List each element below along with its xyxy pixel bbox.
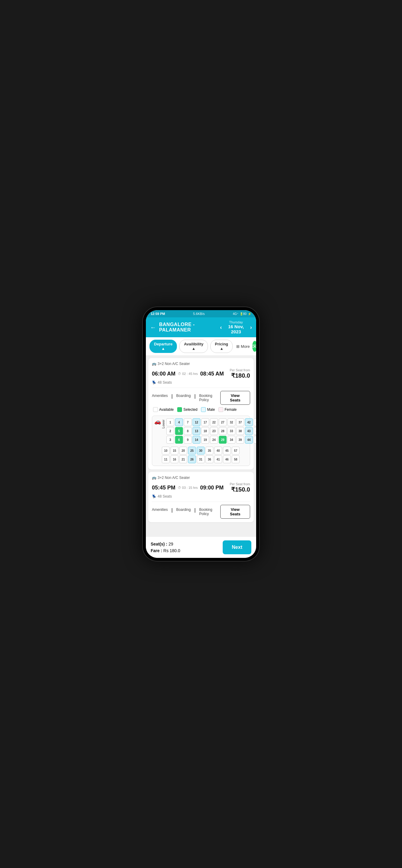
price-2: ₹150.0 [229,486,250,493]
boarding-link-1[interactable]: Boarding [176,394,191,402]
seat-14[interactable]: 14 [192,436,200,444]
bus-time-row-2: 05:45 PM ⏱ 03 : 15 hrs 09:00 PM Per Seat… [152,482,250,493]
upper-row-2: 11 16 21 26 31 36 41 46 58 [162,456,256,463]
seat-31[interactable]: 31 [197,456,205,463]
seat-18[interactable]: 18 [201,427,209,435]
seat-21[interactable]: 21 [179,456,187,463]
bottom-bar: Seat(s) : 29 Fare : Rs 180.0 Next [146,536,256,558]
seat-47[interactable]: 47 [254,418,256,426]
legend-available: Available [153,407,174,412]
seat-6[interactable]: 6 [175,436,183,444]
seat-33[interactable]: 33 [227,427,235,435]
booking-policy-link-1[interactable]: Booking Policy [199,394,220,402]
seat-42[interactable]: 42 [245,418,253,426]
view-seats-btn-2[interactable]: View Seats [220,505,250,519]
amenity-links-1: Amenities | Boarding | Booking Policy [152,394,220,402]
lower-row-1: 1 4 7 12 17 22 27 32 37 [166,418,256,426]
steering-icon: 🚗 [154,418,161,425]
seat-39[interactable]: 39 [236,436,244,444]
header: ← BANGALORE - PALAMANER ‹ Thursday 16 No… [146,317,256,337]
whatsapp-button[interactable]: ✉ [252,341,256,352]
lower-row-2: 2 5 8 13 18 23 28 33 38 [166,427,256,435]
seat-3[interactable]: 3 [166,436,174,444]
seat-46[interactable]: 46 [223,456,231,463]
lower-label: Lower [162,418,165,430]
legend-male: Male [201,407,215,412]
seat-34[interactable]: 34 [227,436,235,444]
seat-26[interactable]: 26 [188,456,196,463]
seat-16[interactable]: 16 [171,456,178,463]
seat-29[interactable]: 29 [219,436,227,444]
seat-1[interactable]: 1 [166,418,174,426]
seat-17[interactable]: 17 [201,418,209,426]
seat-23[interactable]: 23 [210,427,218,435]
seat-20[interactable]: 20 [179,447,187,455]
bus-card-1: 🚌 3+2 Non A/C Seater 06:00 AM ⏱ 02 : 45 … [148,358,254,470]
status-network: 5.6KB/s [193,312,205,315]
seat-15[interactable]: 15 [171,447,178,455]
seat-13[interactable]: 13 [192,427,200,435]
seat-43[interactable]: 43 [245,427,253,435]
seat-9[interactable]: 9 [184,436,192,444]
seat-45[interactable]: 45 [223,447,231,455]
back-button[interactable]: ← [150,324,156,331]
seat-44[interactable]: 44 [245,436,253,444]
seat-28[interactable]: 28 [219,427,227,435]
seat-27[interactable]: 27 [219,418,227,426]
seat-5[interactable]: 5 [175,427,183,435]
availability-filter[interactable]: Availibility ▴ [179,340,208,353]
seat-2[interactable]: 2 [166,427,174,435]
more-filter[interactable]: ⊞ More [236,344,250,349]
seat-22[interactable]: 22 [210,418,218,426]
seat-25[interactable]: 25 [188,447,196,455]
seat-7[interactable]: 7 [184,418,192,426]
seat-32[interactable]: 32 [227,418,235,426]
seat-8[interactable]: 8 [184,427,192,435]
view-seats-btn-1[interactable]: View Seats [220,391,250,405]
seat-11[interactable]: 11 [162,456,169,463]
seat-40[interactable]: 40 [214,447,222,455]
more-label: More [241,344,250,349]
prev-date-button[interactable]: ‹ [220,324,222,331]
departure-filter[interactable]: Departure ▴ [150,340,177,353]
signal-icon: 4G⁺ [233,312,238,315]
pricing-filter[interactable]: Pricing ▴ [210,340,233,353]
duration-1: ⏱ 02 : 45 hrs [178,372,198,375]
seat-24[interactable]: 24 [210,436,218,444]
seat-49[interactable]: 49 [254,436,256,444]
selected-box [177,407,182,412]
bus-time-row-1: 06:00 AM ⏱ 02 : 45 hrs 08:45 AM Per Seat… [152,368,250,379]
date-full: 16 Nov, 2023 [224,324,248,334]
amenities-link-2[interactable]: Amenities [152,507,168,516]
per-seat-label-1: Per Seat from [229,368,250,372]
seat-58[interactable]: 58 [232,456,240,463]
seat-30[interactable]: 30 [197,447,205,455]
seat-12[interactable]: 12 [192,418,200,426]
seat-37[interactable]: 37 [236,418,244,426]
bus-icon-2: 🚌 [152,475,156,480]
legend-selected: Selected [177,407,197,412]
date-info: Thursday 16 Nov, 2023 [224,320,248,334]
status-icons: 4G⁺ 🔋80 ⚡ [233,312,251,315]
seat-38[interactable]: 38 [236,427,244,435]
next-date-button[interactable]: › [250,324,252,331]
seat-41[interactable]: 41 [214,456,222,463]
time-info-1: 06:00 AM ⏱ 02 : 45 hrs 08:45 AM [152,371,224,377]
charging-icon: ⚡ [248,312,251,315]
seat-57[interactable]: 57 [232,447,240,455]
seat-19[interactable]: 19 [201,436,209,444]
status-bar: 12:59 PM 5.6KB/s 4G⁺ 🔋80 ⚡ [146,310,256,317]
seat-35[interactable]: 35 [206,447,213,455]
seat-4[interactable]: 4 [175,418,183,426]
date-navigator: ‹ Thursday 16 Nov, 2023 › [220,320,252,334]
amenities-row-1: Amenities | Boarding | Booking Policy Vi… [152,388,250,405]
amenities-link-1[interactable]: Amenities [152,394,168,402]
booking-policy-link-2[interactable]: Booking Policy [199,507,220,516]
bus-card-2: 🚌 3+2 Non A/C Seater 05:45 PM ⏱ 03 : 15 … [148,472,254,522]
next-button[interactable]: Next [223,540,251,554]
seat-10[interactable]: 10 [162,447,169,455]
boarding-link-2[interactable]: Boarding [176,507,191,516]
available-label: Available [159,407,174,412]
seat-36[interactable]: 36 [206,456,213,463]
seat-48[interactable]: 48 [254,427,256,435]
